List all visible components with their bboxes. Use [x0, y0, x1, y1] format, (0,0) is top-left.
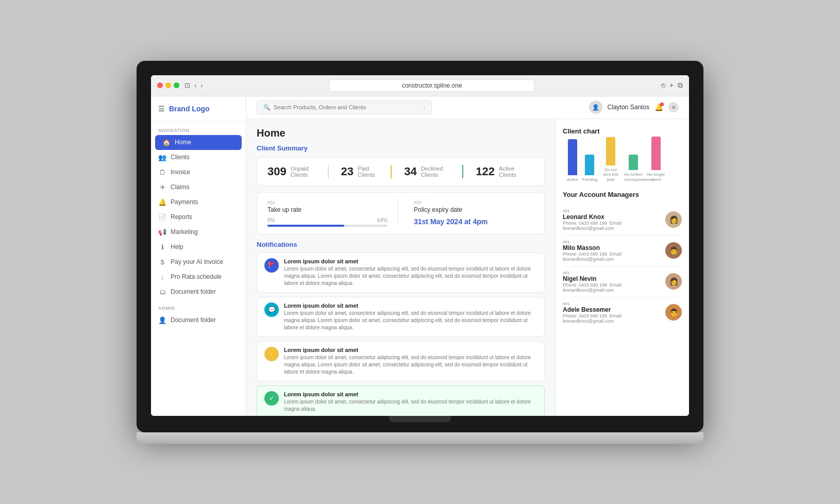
invoice-icon: 🗒: [158, 169, 166, 176]
manager-info-3: #01 Nigel Nevin Phone: 0433 690 199 Emai…: [563, 271, 661, 293]
brand-logo: Brand Logo: [169, 105, 210, 113]
reports-icon: 📄: [158, 213, 166, 221]
forward-icon[interactable]: ›: [200, 81, 203, 89]
progress-label-start: 0%: [267, 217, 275, 223]
manager-contact-3: Phone: 0433 690 199 Email: leonardknox@g…: [563, 282, 661, 293]
close-button[interactable]: ✕: [668, 102, 679, 112]
minimize-traffic-light[interactable]: [165, 82, 171, 88]
chart-bar-nofurther: No further correspondence: [624, 155, 643, 182]
fullscreen-traffic-light[interactable]: [174, 82, 179, 88]
search-forward-icon: ›: [424, 105, 425, 110]
avatar-image-4: 👨: [665, 304, 682, 321]
chart-title: Client chart: [563, 127, 682, 135]
stat-paid-number: 23: [341, 165, 354, 178]
manager-card-2[interactable]: #01 Milo Masson Phone: 0433 690 199 Emai…: [563, 236, 682, 266]
sidebar-item-pay-ai[interactable]: $ Pay your AI invoice: [151, 255, 246, 270]
manager-tag-2: #01: [563, 240, 661, 244]
sidebar-item-claims[interactable]: ✈ Claims: [151, 180, 246, 195]
sidebar-item-reports[interactable]: 📄 Reports: [151, 210, 246, 225]
notif-icon-3: ⚡: [264, 347, 279, 361]
notifications-title: Notifications: [257, 241, 545, 248]
hamburger-icon[interactable]: ☰: [158, 105, 165, 113]
bar-nofurther: [629, 155, 638, 170]
camera-notch: [389, 416, 451, 422]
add-tab-icon[interactable]: +: [669, 81, 674, 90]
bar-nolonger: [651, 137, 661, 170]
sidebar-item-admin-document[interactable]: 👤 Document folder: [151, 313, 246, 328]
main-content: 🔍 › 👤 Clayton Santos 🔔 ✕: [246, 96, 689, 416]
notif-body-3: Lorem ipsum dolor sit amet, consectetur …: [284, 354, 537, 376]
metric-policy-expiry: #02 Policy expiry date 31st May 2024 at …: [398, 200, 534, 227]
marketing-icon: 📢: [158, 228, 166, 236]
share-icon[interactable]: ⎋: [661, 81, 665, 90]
sidebar-item-document[interactable]: 🗂 Document folder: [151, 284, 246, 299]
traffic-lights: [157, 82, 179, 88]
notif-heading-4: Lorem ipsum dolor sit amet: [284, 391, 537, 397]
notification-item-4[interactable]: ✓ Lorem ipsum dolor sit amet Lorem ipsum…: [257, 385, 545, 416]
browser-actions: ⎋ + ⧉: [661, 81, 683, 90]
laptop-frame: ⊡ ‹ › constructor.spline.one ⎋ + ⧉: [137, 61, 703, 444]
close-traffic-light[interactable]: [157, 82, 163, 88]
page-title: Home: [257, 127, 545, 139]
sidebar-label-help: Help: [171, 243, 183, 250]
manager-info-4: #01 Adele Bessemer Phone: 0433 690 199 E…: [563, 301, 661, 324]
sidebar-item-pro-rata[interactable]: ↓ Pro Rata schedule: [151, 270, 246, 284]
manager-contact-1: Phone: 0433 690 199 Email: leonardknox@g…: [563, 221, 661, 231]
notification-item-3[interactable]: ⚡ Lorem ipsum dolor sit amet Lorem ipsum…: [257, 341, 545, 381]
notif-icon-4: ✓: [264, 391, 279, 406]
search-input[interactable]: [274, 104, 421, 110]
sidebar-label-pay-ai: Pay your AI invoice: [171, 258, 223, 265]
progress-fill: [267, 225, 344, 227]
progress-bar-wrap: 0% 64%: [267, 217, 388, 227]
claims-icon: ✈: [158, 183, 166, 191]
notification-icon[interactable]: 🔔: [654, 103, 663, 111]
manager-tag-1: #01: [563, 209, 661, 213]
sidebar: ☰ Brand Logo NAVIGATION 🏠 Home 👥 Clients…: [151, 96, 246, 416]
right-panel: Client chart Active Pending: [555, 119, 689, 416]
notif-content-4: Lorem ipsum dolor sit amet Lorem ipsum d…: [284, 391, 537, 413]
back-icon[interactable]: ‹: [194, 81, 196, 89]
notification-item-2[interactable]: 💬 Lorem ipsum dolor sit amet Lorem ipsum…: [257, 297, 545, 337]
notif-content-2: Lorem ipsum dolor sit amet Lorem ipsum d…: [284, 303, 537, 331]
search-bar[interactable]: 🔍 ›: [257, 100, 432, 114]
stat-unpaid: 309 Unpaid Clients: [267, 165, 328, 178]
manager-tag-4: #01: [563, 301, 661, 306]
notif-heading-1: Lorem ipsum dolor sit amet: [284, 258, 537, 264]
bar-label-nosent: Do not sent this year: [601, 167, 620, 182]
sidebar-toggle-icon[interactable]: ⊡: [184, 81, 190, 89]
stat-paid-label: Paid Clients: [358, 165, 378, 178]
manager-card-3[interactable]: #01 Nigel Nevin Phone: 0433 690 199 Emai…: [563, 266, 682, 297]
metric2-title: Policy expiry date: [414, 206, 534, 213]
stat-unpaid-number: 309: [267, 165, 287, 178]
home-icon: 🏠: [162, 139, 171, 146]
sidebar-item-payments[interactable]: 🔔 Payments: [151, 195, 246, 210]
metric2-num: #02: [414, 200, 534, 205]
topbar: 🔍 › 👤 Clayton Santos 🔔 ✕: [246, 96, 689, 119]
clients-icon: 👥: [158, 154, 166, 161]
bar-label-pending: Pending: [582, 177, 597, 182]
progress-label-end: 64%: [377, 217, 388, 223]
notification-item-1[interactable]: 🚩 Lorem ipsum dolor sit amet Lorem ipsum…: [257, 253, 545, 293]
sidebar-label-clients: Clients: [171, 154, 190, 161]
address-bar[interactable]: constructor.spline.one: [329, 79, 535, 92]
sidebar-item-marketing[interactable]: 📢 Marketing: [151, 225, 246, 240]
manager-name-1: Leonard Knox: [563, 213, 661, 221]
browser-chrome: ⊡ ‹ › constructor.spline.one ⎋ + ⧉: [151, 75, 689, 96]
tabs-icon[interactable]: ⧉: [678, 81, 683, 90]
avatar-image-3: 👩: [665, 273, 682, 290]
manager-contact-2: Phone: 0433 690 199 Email: leonardknox@g…: [563, 251, 661, 262]
manager-card-4[interactable]: #01 Adele Bessemer Phone: 0433 690 199 E…: [563, 297, 682, 328]
manager-card-1[interactable]: #01 Leonard Knox Phone: 0433 690 199 Ema…: [563, 205, 682, 236]
bar-label-nofurther: No further correspondence: [624, 172, 643, 182]
progress-background: [267, 225, 388, 227]
stat-active-number: 122: [476, 165, 495, 178]
sidebar-item-home[interactable]: 🏠 Home: [155, 135, 242, 150]
page-content: Home Client Summary 309 Unpaid Clients: [246, 119, 689, 416]
managers-title: Your Account Managers: [563, 191, 682, 198]
sidebar-item-help[interactable]: ℹ Help: [151, 240, 246, 255]
chart-bar-nolonger: No longer client: [647, 137, 665, 182]
sidebar-item-clients[interactable]: 👥 Clients: [151, 150, 246, 165]
sidebar-item-invoice[interactable]: 🗒 Invoice: [151, 165, 246, 180]
sidebar-label-document: Document folder: [171, 288, 216, 295]
admin-document-icon: 👤: [158, 316, 166, 324]
